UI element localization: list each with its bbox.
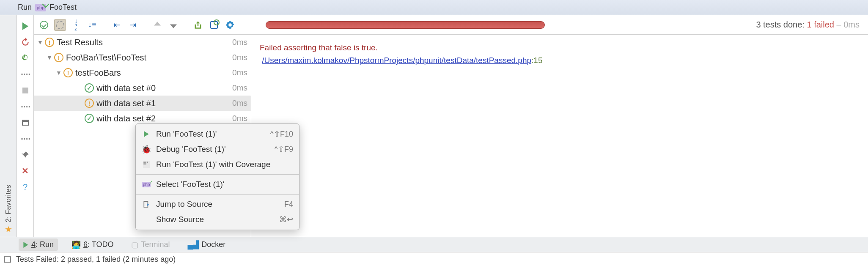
dots-separator-icon — [20, 69, 30, 80]
prev-failed-icon[interactable] — [151, 19, 163, 31]
menu-coverage[interactable]: Run 'FooTest (1)' with Coverage — [136, 157, 299, 172]
coverage-icon — [142, 161, 151, 168]
terminal-icon: ▢ — [131, 240, 138, 250]
test-tree[interactable]: ▼ ! Test Results 0ms ▼ ! Foo\Bar\Test\Fo… — [34, 35, 251, 237]
progress-bar — [266, 21, 545, 29]
menu-run[interactable]: Run 'FooTest (1)' ^⇧F10 — [136, 126, 299, 142]
next-failed-icon[interactable] — [168, 19, 179, 31]
tab-todo[interactable]: 🧑‍💻 6: TODO — [67, 239, 118, 251]
status-text: Tests Failed: 2 passed, 1 failed (2 minu… — [16, 255, 176, 264]
bottom-tool-tabs: 4: Run 🧑‍💻 6: TODO ▢ Terminal ▄▟ Docker — [0, 237, 868, 252]
tree-node[interactable]: ! with data set #1 0ms — [34, 96, 251, 111]
test-toolbar: ↓az ↓≡ ⇤ ⇥ 3 tests done: 1 failed – 0ms — [34, 15, 868, 35]
menu-show-source[interactable]: Show Source ⌘↩ — [136, 212, 299, 227]
status-warn-icon: ! — [45, 38, 54, 47]
php-icon: php✓ — [142, 182, 151, 187]
tree-node[interactable]: ▼ ! Foo\Bar\Test\FooTest 0ms — [34, 50, 251, 65]
test-summary: 3 tests done: 1 failed – 0ms — [756, 20, 864, 30]
tab-terminal[interactable]: ▢ Terminal — [127, 239, 174, 251]
php-icon: php — [35, 4, 46, 11]
tab-docker[interactable]: ▄▟ Docker — [183, 239, 230, 251]
export-icon[interactable] — [192, 19, 204, 31]
expand-all-icon[interactable]: ⇥ — [127, 19, 139, 31]
status-pass-icon: ✓ — [85, 83, 94, 93]
bug-icon: 🐞 — [142, 145, 151, 154]
left-tool-strip: 2: Favorites ★ — [0, 15, 17, 237]
run-label: Run — [18, 3, 32, 12]
todo-icon: 🧑‍💻 — [71, 240, 81, 250]
menu-debug[interactable]: 🐞 Debug 'FooTest (1)' ^⇧F9 — [136, 142, 299, 157]
menu-select[interactable]: php✓ Select 'FooTest (1)' — [136, 177, 299, 192]
layout-icon[interactable] — [20, 118, 30, 128]
rerun-failed-icon[interactable] — [20, 37, 30, 47]
run-action-toolbar: ✕ ? — [17, 15, 34, 237]
dots-separator-icon — [20, 134, 30, 144]
run-header: Run php FooTest — [0, 0, 868, 15]
stack-line: /Users/maxim.kolmakov/PhpstormProjects/p… — [260, 54, 860, 67]
sort-icon[interactable]: ↓az — [70, 19, 82, 31]
history-icon[interactable] — [208, 19, 220, 31]
tree-node[interactable]: ▼ ! Test Results 0ms — [34, 35, 251, 50]
context-menu: Run 'FooTest (1)' ^⇧F10 🐞 Debug 'FooTest… — [135, 123, 299, 230]
run-config-name: FooTest — [49, 3, 77, 12]
menu-separator — [136, 194, 299, 195]
sort-duration-icon[interactable]: ↓≡ — [86, 19, 98, 31]
status-warn-icon: ! — [85, 99, 94, 108]
status-pass-icon: ✓ — [85, 114, 94, 123]
rerun-icon[interactable] — [20, 21, 30, 31]
tab-run[interactable]: 4: Run — [19, 239, 58, 251]
play-icon — [142, 131, 151, 137]
settings-icon[interactable] — [224, 19, 236, 31]
show-ignored-icon[interactable] — [54, 19, 66, 31]
favorites-tab[interactable]: 2: Favorites — [4, 185, 13, 222]
status-bar: Tests Failed: 2 passed, 1 failed (2 minu… — [0, 252, 868, 266]
toggle-auto-icon[interactable] — [20, 53, 30, 63]
collapse-all-icon[interactable]: ⇤ — [111, 19, 123, 31]
dots-separator-icon — [20, 101, 30, 112]
jump-to-source-icon — [142, 201, 151, 208]
help-icon[interactable]: ? — [20, 182, 30, 192]
pin-icon[interactable] — [20, 150, 30, 160]
menu-separator — [136, 174, 299, 175]
chevron-down-icon[interactable]: ▼ — [37, 39, 43, 46]
status-warn-icon: ! — [54, 53, 63, 62]
status-warn-icon: ! — [63, 68, 73, 77]
stop-icon[interactable] — [20, 85, 30, 96]
menu-jump[interactable]: Jump to Source F4 — [136, 197, 299, 212]
star-icon: ★ — [5, 224, 12, 234]
tree-node[interactable]: ▼ ! testFooBars 0ms — [34, 65, 251, 80]
test-output[interactable]: Failed asserting that false is true. /Us… — [251, 35, 868, 237]
close-icon[interactable]: ✕ — [20, 166, 30, 176]
error-message: Failed asserting that false is true. — [260, 41, 860, 54]
status-icon — [4, 256, 11, 263]
chevron-down-icon[interactable]: ▼ — [47, 54, 52, 61]
show-passed-icon[interactable] — [38, 19, 50, 31]
chevron-down-icon[interactable]: ▼ — [56, 69, 62, 76]
tree-node[interactable]: ✓ with data set #0 0ms — [34, 80, 251, 96]
source-link[interactable]: /Users/maxim.kolmakov/PhpstormProjects/p… — [262, 56, 531, 65]
docker-icon: ▄▟ — [187, 240, 199, 250]
